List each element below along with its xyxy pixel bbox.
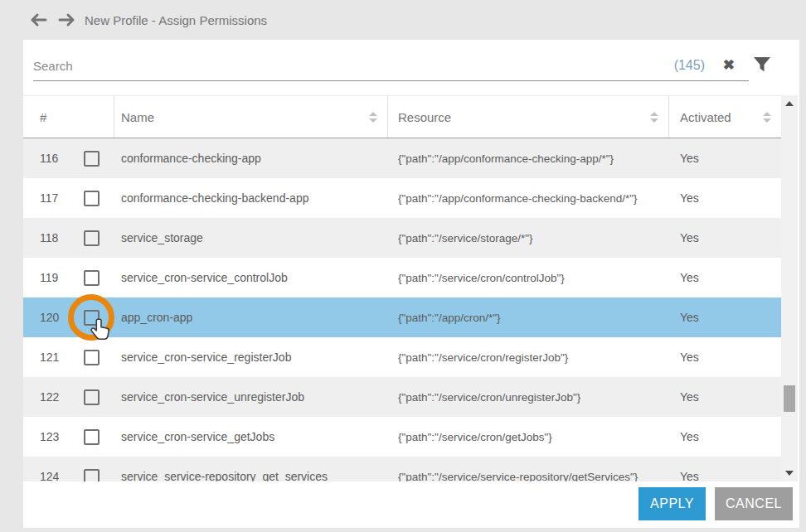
table-row[interactable]: 123 service_cron-service_getJobs {"path"… [23, 417, 781, 457]
table-row[interactable]: 119 service_cron-service_controlJob {"pa… [23, 258, 781, 297]
back-arrow-icon[interactable] [29, 12, 47, 27]
row-number: 120 [40, 311, 84, 324]
table-row[interactable]: 121 service_cron-service_registerJob {"p… [23, 337, 781, 377]
activated-cell: Yes [669, 271, 781, 284]
column-header-name[interactable]: Name [114, 96, 388, 138]
activated-cell: Yes [669, 191, 781, 205]
row-number: 116 [40, 152, 84, 165]
vertical-scrollbar[interactable] [781, 95, 798, 481]
name-cell: app_cron-app [114, 311, 388, 324]
row-number-cell: 118 [23, 230, 114, 246]
name-cell: conformance-checking-app [114, 152, 388, 165]
table-body: 116 conformance-checking-app {"path":"/a… [23, 138, 781, 481]
sort-arrows-icon[interactable] [369, 112, 377, 123]
table-row[interactable]: 116 conformance-checking-app {"path":"/a… [23, 138, 781, 178]
activated-cell: Yes [669, 390, 781, 404]
resource-cell: {"path":"/app/cron/*"} [388, 312, 669, 324]
activated-cell: Yes [669, 351, 781, 364]
row-number: 119 [40, 271, 84, 284]
row-number: 123 [40, 430, 84, 443]
scroll-down-button[interactable] [781, 467, 798, 480]
row-checkbox[interactable] [84, 310, 100, 326]
row-checkbox[interactable] [84, 350, 100, 365]
activated-cell: Yes [669, 231, 781, 244]
row-number-cell: 119 [23, 270, 114, 286]
clear-search-icon[interactable]: ✖ [723, 56, 735, 74]
row-number-cell: 124 [23, 469, 114, 482]
name-cell: service_cron-service_unregisterJob [114, 390, 388, 404]
name-cell: service_storage [114, 231, 388, 244]
row-checkbox[interactable] [84, 191, 100, 206]
sort-arrows-icon[interactable] [650, 112, 658, 123]
search-area: (145) ✖ [23, 40, 799, 95]
table-row[interactable]: 124 service_service-repository_get_servi… [23, 457, 781, 481]
name-cell: service_service-repository_get_services [114, 470, 388, 481]
row-number: 124 [40, 470, 84, 481]
scrollbar-thumb[interactable] [784, 385, 795, 412]
activated-cell: Yes [669, 311, 781, 324]
row-number-cell: 121 [23, 350, 114, 365]
apply-button[interactable]: APPLY [638, 487, 706, 520]
activated-cell: Yes [669, 470, 781, 481]
row-checkbox[interactable] [84, 389, 100, 405]
name-cell: service_cron-service_getJobs [114, 430, 388, 443]
permissions-panel: (145) ✖ # Name Resource Activated [23, 40, 799, 528]
resource-cell: {"path":"/service/cron/unregisterJob"} [388, 391, 669, 404]
top-bar: New Profile - Assign Permissions [0, 0, 806, 40]
column-header-number: # [23, 96, 114, 138]
activated-cell: Yes [669, 152, 781, 165]
row-number: 118 [40, 231, 84, 244]
row-number: 122 [40, 390, 84, 404]
activated-cell: Yes [669, 430, 781, 443]
resource-cell: {"path":"/service/cron/registerJob"} [388, 351, 669, 364]
row-number-cell: 123 [23, 429, 114, 445]
resource-cell: {"path":"/service/cron/getJobs"} [388, 431, 669, 443]
scroll-up-button[interactable] [781, 97, 798, 110]
name-cell: conformance-checking-backend-app [114, 191, 388, 205]
result-count: (145) [674, 58, 705, 73]
resource-cell: {"path":"/service/service-repository/get… [388, 471, 669, 482]
name-cell: service_cron-service_controlJob [114, 271, 388, 284]
table-row[interactable]: 117 conformance-checking-backend-app {"p… [23, 178, 781, 218]
sort-arrows-icon[interactable] [763, 112, 771, 123]
row-number-cell: 116 [23, 151, 114, 167]
row-checkbox[interactable] [84, 469, 100, 482]
row-number-cell: 120 [23, 310, 114, 326]
row-checkbox[interactable] [84, 230, 100, 246]
cancel-button[interactable]: CANCEL [715, 487, 793, 520]
row-number: 121 [40, 351, 84, 364]
filter-funnel-icon[interactable] [753, 56, 771, 76]
table-header-row: # Name Resource Activated [23, 95, 781, 138]
table-row[interactable]: 120 app_cron-app {"path":"/app/cron/*"} … [23, 297, 781, 337]
table-row[interactable]: 118 service_storage {"path":"/service/st… [23, 218, 781, 258]
permissions-table: # Name Resource Activated 116 conformanc… [23, 95, 781, 481]
resource-cell: {"path":"/app/conformance-checking-app/*… [388, 152, 669, 165]
row-number: 117 [40, 191, 84, 205]
page-title: New Profile - Assign Permissions [85, 13, 267, 27]
column-header-activated[interactable]: Activated [669, 96, 781, 138]
resource-cell: {"path":"/service/cron/controlJob"} [388, 272, 669, 284]
row-number-cell: 122 [23, 389, 114, 405]
table-row[interactable]: 122 service_cron-service_unregisterJob {… [23, 377, 781, 417]
search-input[interactable] [33, 51, 749, 81]
row-checkbox[interactable] [84, 151, 100, 167]
name-cell: service_cron-service_registerJob [114, 351, 388, 364]
row-checkbox[interactable] [84, 429, 100, 445]
resource-cell: {"path":"/service/storage/*"} [388, 232, 669, 244]
row-number-cell: 117 [23, 191, 114, 206]
column-header-resource[interactable]: Resource [388, 96, 669, 138]
forward-arrow-icon[interactable] [58, 12, 76, 27]
resource-cell: {"path":"/app/conformance-checking-backe… [388, 192, 669, 205]
row-checkbox[interactable] [84, 270, 100, 286]
